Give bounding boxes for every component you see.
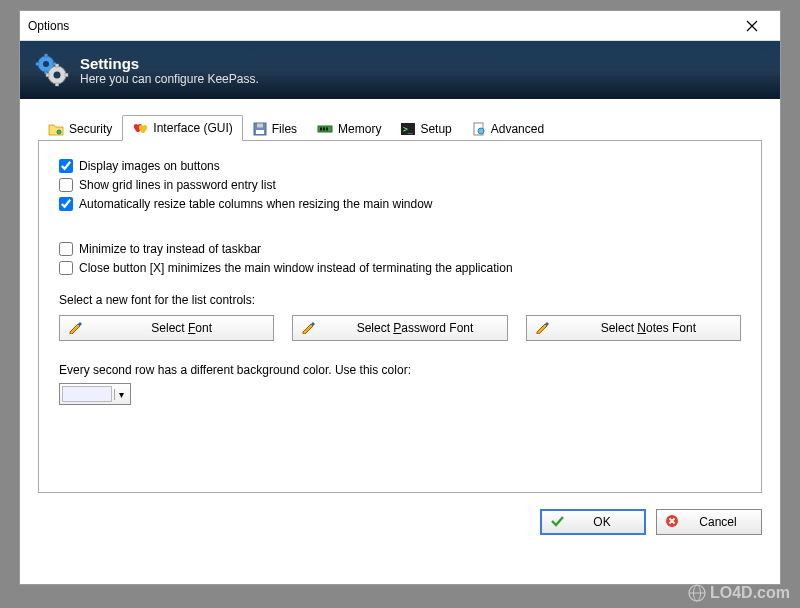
color-section-label: Every second row has a different backgro… (59, 363, 741, 377)
titlebar: Options (20, 11, 780, 41)
svg-point-23 (478, 128, 484, 134)
header-banner: Settings Here you can configure KeePass. (20, 41, 780, 99)
button-label: OK (568, 515, 636, 529)
memory-chip-icon (317, 123, 333, 135)
svg-rect-11 (65, 73, 68, 77)
tab-label: Interface (GUI) (153, 121, 232, 135)
tab-label: Security (69, 122, 112, 136)
checkbox-display-images[interactable]: Display images on buttons (59, 159, 741, 173)
pen-icon (301, 320, 315, 337)
tab-files[interactable]: Files (243, 116, 307, 141)
pen-icon (535, 320, 549, 337)
checkbox-label: Display images on buttons (79, 159, 220, 173)
floppy-icon (253, 122, 267, 136)
svg-rect-19 (326, 128, 328, 131)
checkbox-label: Minimize to tray instead of taskbar (79, 242, 261, 256)
cancel-x-icon (665, 514, 679, 531)
color-swatch (62, 386, 112, 402)
svg-rect-9 (55, 83, 59, 86)
ok-button[interactable]: OK (540, 509, 646, 535)
svg-rect-14 (256, 130, 264, 134)
window-close-button[interactable] (732, 12, 772, 40)
tab-security[interactable]: Security (38, 116, 122, 141)
button-label: Select Notes Font (565, 321, 732, 335)
header-text: Settings Here you can configure KeePass. (80, 55, 259, 86)
font-section-label: Select a new font for the list controls: (59, 293, 741, 307)
button-label: Select Password Font (331, 321, 498, 335)
tab-advanced[interactable]: Advanced (462, 116, 554, 141)
svg-point-12 (57, 130, 61, 134)
tab-label: Advanced (491, 122, 544, 136)
tab-setup[interactable]: >_ Setup (391, 116, 461, 141)
window-title: Options (28, 19, 69, 33)
svg-rect-15 (257, 124, 263, 128)
button-label: Cancel (683, 515, 753, 529)
checkbox-auto-resize[interactable]: Automatically resize table columns when … (59, 197, 741, 211)
dialog-footer: OK Cancel (20, 493, 780, 551)
cancel-button[interactable]: Cancel (656, 509, 762, 535)
checkbox-label: Close button [X] minimizes the main wind… (79, 261, 513, 275)
select-font-button[interactable]: Select Font (59, 315, 274, 341)
watermark-text: LO4D.com (710, 584, 790, 602)
checkbox-show-grid[interactable]: Show grid lines in password entry list (59, 178, 741, 192)
tab-memory[interactable]: Memory (307, 116, 391, 141)
color-section: Every second row has a different backgro… (59, 363, 741, 405)
svg-rect-2 (45, 54, 48, 57)
pen-icon (68, 320, 82, 337)
checkbox-close-minimizes[interactable]: Close button [X] minimizes the main wind… (59, 261, 741, 275)
checkbox-input[interactable] (59, 242, 73, 256)
checkbox-label: Show grid lines in password entry list (79, 178, 276, 192)
folder-lock-icon (48, 122, 64, 136)
checkbox-minimize-tray[interactable]: Minimize to tray instead of taskbar (59, 242, 741, 256)
checkbox-input[interactable] (59, 178, 73, 192)
hearts-icon (132, 121, 148, 135)
tab-label: Setup (420, 122, 451, 136)
font-buttons-row: Select Font Select Password Font Select … (59, 315, 741, 341)
svg-point-7 (54, 72, 61, 79)
dialog-body: Security Interface (GUI) Files Memory (20, 99, 780, 493)
gear-page-icon (472, 122, 486, 136)
globe-icon (688, 584, 706, 602)
svg-rect-18 (323, 128, 325, 131)
watermark: LO4D.com (688, 584, 790, 602)
tab-panel-interface: Display images on buttons Show grid line… (38, 141, 762, 493)
select-notes-font-button[interactable]: Select Notes Font (526, 315, 741, 341)
color-picker[interactable]: ▾ (59, 383, 131, 405)
tab-interface[interactable]: Interface (GUI) (122, 115, 242, 141)
options-dialog: Options Settings He (19, 10, 781, 585)
terminal-icon: >_ (401, 123, 415, 135)
tab-label: Memory (338, 122, 381, 136)
svg-point-1 (43, 61, 49, 67)
header-title: Settings (80, 55, 259, 72)
close-icon (746, 20, 758, 32)
svg-rect-10 (46, 73, 49, 77)
checkbox-input[interactable] (59, 197, 73, 211)
svg-rect-4 (36, 63, 39, 66)
svg-rect-17 (320, 128, 322, 131)
button-label: Select Font (98, 321, 265, 335)
tab-label: Files (272, 122, 297, 136)
check-icon (550, 514, 564, 531)
checkbox-input[interactable] (59, 261, 73, 275)
checkbox-label: Automatically resize table columns when … (79, 197, 433, 211)
header-subtitle: Here you can configure KeePass. (80, 72, 259, 86)
svg-rect-8 (55, 64, 59, 67)
select-password-font-button[interactable]: Select Password Font (292, 315, 507, 341)
settings-gear-icon (34, 52, 70, 88)
tab-strip: Security Interface (GUI) Files Memory (38, 113, 762, 141)
svg-text:>_: >_ (403, 125, 413, 134)
dropdown-arrow-icon: ▾ (114, 389, 128, 400)
checkbox-input[interactable] (59, 159, 73, 173)
